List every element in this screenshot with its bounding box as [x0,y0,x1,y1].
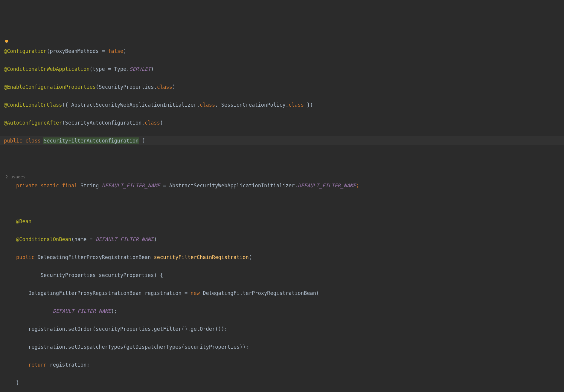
code-line[interactable]: @EnableConfigurationProperties(SecurityP… [0,82,564,91]
code-line[interactable]: DEFAULT_FILTER_NAME); [0,307,564,316]
code-line[interactable]: @ConditionalOnClass({ AbstractSecurityWe… [0,100,564,109]
code-line[interactable]: @AutoConfigureAfter(SecurityAutoConfigur… [0,118,564,127]
code-line[interactable]: @Configuration(proxyBeanMethods = false) [0,47,564,56]
annotation: @EnableConfigurationProperties [4,84,96,90]
annotation: @Configuration [4,48,47,54]
code-line[interactable]: DelegatingFilterProxyRegistrationBean re… [0,289,564,298]
intention-bulb-icon[interactable] [4,39,9,44]
method-name: securityFilterChainRegistration [154,254,249,260]
code-line[interactable]: @ConditionalOnWebApplication(type = Type… [0,65,564,74]
svg-point-0 [5,40,8,43]
code-line[interactable]: return registration; [0,360,564,369]
code-line[interactable]: private static final String DEFAULT_FILT… [0,181,564,190]
annotation: @ConditionalOnWebApplication [4,66,90,72]
code-line[interactable]: SecurityProperties securityProperties) { [0,271,564,280]
code-line[interactable]: } [0,378,564,387]
annotation: @Bean [16,218,31,224]
code-editor[interactable]: @Configuration(proxyBeanMethods = false)… [0,36,564,392]
annotation: @ConditionalOnBean [16,236,71,242]
annotation: @ConditionalOnClass [4,102,62,108]
field-name: DEFAULT_FILTER_NAME [102,183,160,189]
code-line[interactable]: @ConditionalOnBean(name = DEFAULT_FILTER… [0,235,564,244]
code-line[interactable]: @Bean [0,217,564,226]
svg-rect-1 [6,42,7,43]
code-line[interactable]: public DelegatingFilterProxyRegistration… [0,253,564,262]
blank-line[interactable] [0,199,564,208]
code-line-highlighted[interactable]: public class SecurityFilterAutoConfigura… [0,136,564,145]
code-line[interactable]: registration.setOrder(securityProperties… [0,324,564,333]
code-line[interactable]: registration.setDispatcherTypes(getDispa… [0,342,564,351]
blank-line[interactable] [0,154,564,163]
annotation: @AutoConfigureAfter [4,120,62,126]
class-name-caret: SecurityFilterAutoConfiguration [44,138,138,144]
usages-hint[interactable]: 2 usages [0,174,25,179]
